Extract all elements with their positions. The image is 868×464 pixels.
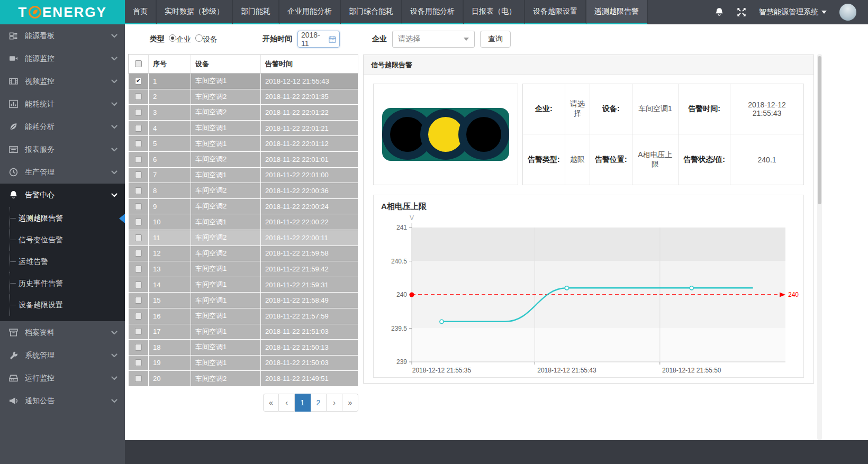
table-row[interactable]: 20车间空调22018-11-22 21:49:51	[129, 371, 358, 387]
nav-item[interactable]: 企业用能分析	[279, 0, 341, 24]
table-row[interactable]: 8车间空调22018-11-22 22:00:36	[129, 183, 358, 199]
row-checkbox[interactable]	[135, 234, 142, 241]
sidebar-item[interactable]: 视频监控	[0, 70, 125, 93]
nav-item[interactable]: 部门能耗	[233, 0, 279, 24]
cell-device: 车间空调2	[191, 105, 261, 121]
sidebar-subitem[interactable]: 信号变位告警	[0, 229, 125, 251]
row-checkbox[interactable]	[135, 203, 142, 210]
page-number-button[interactable]: 1	[295, 394, 311, 412]
table-row[interactable]: 1车间空调12018-12-12 21:55:43	[129, 74, 358, 89]
nav-item[interactable]: 首页	[125, 0, 157, 24]
sidebar-item[interactable]: 系统管理	[0, 344, 125, 367]
row-checkbox[interactable]	[135, 109, 142, 116]
detail-field-value: A相电压上限	[632, 134, 679, 185]
row-checkbox[interactable]	[135, 281, 142, 288]
chart-title: A相电压上限	[381, 202, 796, 212]
nav-item[interactable]: 部门综合能耗	[341, 0, 402, 24]
row-checkbox[interactable]	[135, 93, 142, 100]
query-button[interactable]: 查询	[480, 31, 511, 48]
user-avatar[interactable]	[839, 4, 856, 21]
sidebar-item[interactable]: 运行监控	[0, 367, 125, 389]
sidebar-item[interactable]: 通知公告	[0, 389, 125, 412]
select-all-checkbox[interactable]	[135, 60, 142, 67]
row-checkbox[interactable]	[135, 140, 142, 147]
table-row[interactable]: 11车间空调22018-11-22 22:00:11	[129, 230, 358, 245]
type-radio-label[interactable]: 企业	[176, 35, 191, 43]
table-row[interactable]: 15车间空调12018-11-22 21:58:49	[129, 293, 358, 308]
row-checkbox[interactable]	[135, 156, 142, 163]
table-row[interactable]: 18车间空调12018-11-22 21:50:13	[129, 340, 358, 356]
sidebar-subitem[interactable]: 历史事件告警	[0, 272, 125, 294]
type-filter-label: 类型	[150, 34, 165, 44]
sidebar-subitem[interactable]: 遥测越限告警	[0, 207, 125, 229]
row-checkbox[interactable]	[135, 219, 142, 225]
row-checkbox[interactable]	[135, 328, 142, 335]
sidebar-item[interactable]: 档案资料	[0, 321, 125, 344]
type-radio-label[interactable]: 设备	[203, 35, 218, 43]
page-number-button[interactable]: 2	[311, 394, 327, 412]
sidebar-item[interactable]: 告警中心	[0, 184, 125, 206]
scrollbar-track[interactable]	[817, 54, 822, 440]
table-row[interactable]: 5车间空调12018-11-22 22:01:12	[129, 136, 358, 152]
row-checkbox[interactable]	[135, 266, 142, 272]
notification-bell-icon[interactable]	[715, 7, 724, 17]
table-row[interactable]: 7车间空调12018-11-22 22:01:00	[129, 167, 358, 183]
calendar-icon[interactable]	[329, 35, 336, 43]
sidebar-item-label: 系统管理	[25, 351, 111, 360]
table-row[interactable]: 9车间空调22018-11-22 22:00:24	[129, 198, 358, 214]
nav-item[interactable]: 遥测越限告警	[586, 0, 648, 24]
detail-field-label: 告警类型:	[523, 134, 565, 185]
voltage-line-chart: 239239.5240240.5241V2018-12-12 21:55:352…	[381, 213, 811, 378]
enterprise-select[interactable]: 请选择	[392, 31, 475, 48]
nav-item[interactable]: 设备用能分析	[402, 0, 464, 24]
sidebar-item[interactable]: 生产管理	[0, 161, 125, 184]
row-checkbox[interactable]	[135, 78, 142, 85]
nav-item[interactable]: 实时数据（秒级）	[157, 0, 233, 24]
sidebar-subitem[interactable]: 运维告警	[0, 251, 125, 272]
report-icon	[9, 145, 18, 154]
row-checkbox[interactable]	[135, 171, 142, 178]
sidebar-item[interactable]: 能源监控	[0, 47, 125, 70]
type-radio[interactable]	[195, 34, 203, 42]
page-last-button[interactable]: »	[342, 394, 358, 412]
chart-icon	[9, 99, 18, 108]
row-checkbox[interactable]	[135, 187, 142, 194]
start-time-input[interactable]: 2018-11	[297, 31, 340, 48]
sidebar-item[interactable]: 能耗统计	[0, 93, 125, 115]
row-checkbox[interactable]	[135, 359, 142, 366]
page-next-button[interactable]: ›	[327, 394, 342, 412]
system-menu[interactable]: 智慧能源管理系统	[759, 7, 827, 17]
sidebar-subitem[interactable]: 设备越限设置	[0, 294, 125, 316]
scrollbar-thumb[interactable]	[818, 56, 821, 204]
table-row[interactable]: 17车间空调12018-11-22 21:51:03	[129, 324, 358, 340]
sidebar-item[interactable]: 报表服务	[0, 138, 125, 161]
nav-item[interactable]: 设备越限设置	[525, 0, 586, 24]
sidebar-item[interactable]: 能耗分析	[0, 115, 125, 138]
table-row[interactable]: 13车间空调12018-11-22 21:59:42	[129, 261, 358, 277]
row-checkbox[interactable]	[135, 313, 142, 320]
table-row[interactable]: 12车间空调22018-11-22 21:59:58	[129, 245, 358, 261]
fullscreen-icon[interactable]	[737, 7, 746, 17]
row-checkbox[interactable]	[135, 297, 142, 304]
cell-device: 车间空调1	[191, 120, 261, 136]
nav-item[interactable]: 日报表（电）	[464, 0, 525, 24]
detail-field-value: 车间空调1	[632, 84, 679, 134]
table-row[interactable]: 3车间空调22018-11-22 22:01:22	[129, 105, 358, 121]
row-checkbox[interactable]	[135, 375, 142, 382]
table-row[interactable]: 2车间空调22018-11-22 22:01:35	[129, 89, 358, 105]
brand-logo[interactable]: T ENERGY	[0, 0, 125, 24]
table-row[interactable]: 10车间空调12018-11-22 22:00:22	[129, 214, 358, 230]
sidebar-item[interactable]: 能源看板	[0, 24, 125, 47]
table-row[interactable]: 14车间空调12018-11-22 21:59:31	[129, 277, 358, 293]
camera-icon	[9, 54, 18, 63]
table-row[interactable]: 16车间空调12018-11-22 21:57:59	[129, 308, 358, 324]
table-row[interactable]: 4车间空调12018-11-22 22:01:21	[129, 120, 358, 136]
type-radio[interactable]	[169, 34, 176, 42]
row-checkbox[interactable]	[135, 125, 142, 132]
row-checkbox[interactable]	[135, 344, 142, 351]
page-first-button[interactable]: «	[263, 394, 279, 412]
table-row[interactable]: 6车间空调22018-11-22 22:01:01	[129, 151, 358, 167]
page-prev-button[interactable]: ‹	[279, 394, 295, 412]
table-row[interactable]: 19车间空调12018-11-22 21:50:03	[129, 355, 358, 371]
row-checkbox[interactable]	[135, 250, 142, 257]
